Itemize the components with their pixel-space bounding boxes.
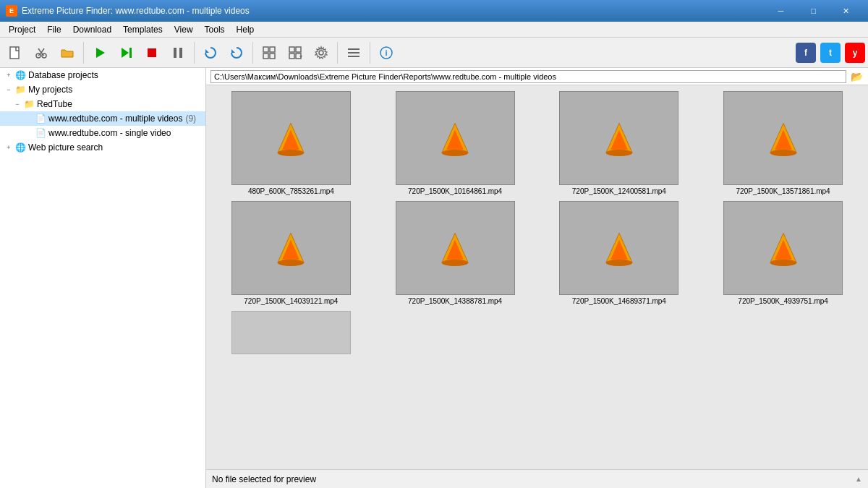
- svg-point-42: [770, 150, 796, 156]
- path-folder-button[interactable]: 📂: [849, 69, 864, 84]
- file-icon: 📄: [35, 127, 46, 139]
- thumb-item-5[interactable]: 720P_1500K_14039121.mp4: [212, 201, 370, 305]
- svg-line-6: [41, 48, 44, 53]
- tree-expander: [23, 113, 35, 124]
- minimize-button[interactable]: ─: [765, 0, 797, 22]
- svg-rect-18: [263, 53, 268, 59]
- resize-handle-icon[interactable]: ▲: [855, 475, 862, 483]
- preview-text: No file selected for preview: [212, 474, 316, 484]
- tb-twitter-button[interactable]: t: [820, 43, 841, 63]
- vlc-cone-icon: [437, 120, 473, 156]
- toolbar-separator-1: [83, 42, 84, 64]
- tree-label: My projects: [28, 85, 72, 95]
- svg-point-36: [442, 150, 468, 156]
- svg-marker-7: [96, 48, 105, 58]
- thumb-image-4: [723, 91, 843, 185]
- toolbar-separator-2: [194, 42, 195, 64]
- svg-rect-9: [129, 48, 132, 58]
- vlc-cone-icon: [437, 230, 473, 266]
- tree-label: Database projects: [28, 70, 98, 80]
- app-icon: E: [6, 5, 17, 17]
- tree-expander[interactable]: −: [3, 84, 14, 95]
- tree-label: www.redtube.com - multiple videos: [48, 114, 182, 124]
- tree-item-db-projects[interactable]: + 🌐 Database projects: [0, 68, 205, 82]
- thumb-item-7[interactable]: 720P_1500K_14689371.mp4: [540, 201, 699, 305]
- svg-rect-10: [148, 48, 156, 57]
- svg-point-54: [770, 260, 796, 266]
- tb-play-button[interactable]: [88, 40, 112, 65]
- maximize-button[interactable]: □: [797, 0, 830, 22]
- svg-marker-13: [205, 49, 209, 53]
- tb-pause-button[interactable]: [166, 40, 190, 65]
- tb-info-button[interactable]: i: [374, 40, 399, 65]
- svg-marker-8: [122, 48, 129, 58]
- menu-help[interactable]: Help: [231, 22, 260, 38]
- svg-rect-16: [263, 47, 268, 52]
- tb-refresh-button[interactable]: [198, 40, 223, 65]
- menu-project[interactable]: Project: [3, 22, 41, 38]
- thumb-item-6[interactable]: 720P_1500K_14388781.mp4: [376, 201, 535, 305]
- svg-rect-26: [348, 48, 359, 50]
- folder-icon: 📁: [23, 98, 35, 110]
- tb-stop-button[interactable]: [140, 40, 164, 65]
- preview-bar: No file selected for preview ▲: [206, 469, 868, 488]
- tree-expander[interactable]: +: [3, 69, 14, 81]
- thumb-image-1: [231, 91, 351, 185]
- tree-expander[interactable]: −: [12, 98, 23, 110]
- svg-rect-22: [289, 53, 294, 59]
- tb-scissors-button[interactable]: [29, 40, 54, 65]
- thumb-image-9: [231, 311, 351, 354]
- thumb-label-3: 720P_1500K_12400581.mp4: [572, 187, 666, 195]
- tb-play-next-button[interactable]: [114, 40, 138, 65]
- thumb-image-7: [559, 201, 678, 295]
- thumb-item-3[interactable]: 720P_1500K_12400581.mp4: [540, 91, 699, 195]
- menu-tools[interactable]: Tools: [199, 22, 231, 38]
- tree-label: www.redtube.com - single video: [48, 128, 171, 138]
- svg-rect-20: [289, 47, 294, 52]
- tree-item-multiple-videos[interactable]: 📄 www.redtube.com - multiple videos (9): [0, 111, 205, 126]
- folder-icon: 📁: [14, 84, 26, 95]
- thumbnail-grid: 480P_600K_7853261.mp4 720P_1500K_1016486…: [212, 91, 862, 356]
- thumb-image-6: [396, 201, 515, 295]
- thumb-item-8[interactable]: 720P_1500K_4939751.mp4: [704, 201, 862, 305]
- thumb-item-2[interactable]: 720P_1500K_10164861.mp4: [376, 91, 535, 195]
- tb-facebook-button[interactable]: f: [796, 43, 816, 63]
- menu-download[interactable]: Download: [67, 22, 117, 38]
- thumb-label-5: 720P_1500K_14039121.mp4: [244, 297, 338, 305]
- tree-label: RedTube: [37, 99, 72, 109]
- tb-folder-button[interactable]: [55, 40, 80, 65]
- close-button[interactable]: ✕: [830, 0, 862, 22]
- vlc-cone-icon: [601, 230, 637, 266]
- svg-point-45: [278, 260, 304, 266]
- tb-settings-button[interactable]: [309, 40, 333, 65]
- tree-item-redtube[interactable]: − 📁 RedTube: [0, 97, 205, 111]
- path-input[interactable]: [210, 70, 846, 83]
- tb-grid-button[interactable]: [257, 40, 281, 65]
- svg-rect-12: [179, 48, 182, 58]
- tb-refresh2-button[interactable]: [224, 40, 249, 65]
- thumb-label-2: 720P_1500K_10164861.mp4: [408, 187, 502, 195]
- tb-new-button[interactable]: [3, 40, 27, 65]
- toolbar-separator-5: [370, 42, 370, 64]
- thumb-item-9[interactable]: [212, 311, 370, 356]
- tree-label: Web picture search: [28, 142, 103, 153]
- tb-youtube-button[interactable]: y: [845, 43, 865, 63]
- menu-view[interactable]: View: [169, 22, 199, 38]
- toolbar: i f t y: [0, 38, 868, 68]
- thumb-item-1[interactable]: 480P_600K_7853261.mp4: [212, 91, 370, 195]
- path-bar: 📂: [206, 68, 868, 85]
- menu-templates[interactable]: Templates: [117, 22, 169, 38]
- thumb-label-4: 720P_1500K_13571861.mp4: [736, 187, 830, 195]
- tree-badge: (9): [185, 114, 196, 124]
- vlc-cone-icon: [273, 120, 309, 156]
- svg-point-33: [278, 150, 304, 156]
- tree-expander[interactable]: +: [3, 142, 14, 153]
- tree-item-web-search[interactable]: + 🌐 Web picture search: [0, 140, 205, 155]
- menu-file[interactable]: File: [41, 22, 67, 38]
- tree-item-my-projects[interactable]: − 📁 My projects: [0, 82, 205, 97]
- svg-point-25: [319, 51, 323, 55]
- tb-list-button[interactable]: [341, 40, 366, 65]
- thumb-item-4[interactable]: 720P_1500K_13571861.mp4: [704, 91, 862, 195]
- tb-dropdown-button[interactable]: [283, 40, 307, 65]
- tree-item-single-video[interactable]: 📄 www.redtube.com - single video: [0, 126, 205, 140]
